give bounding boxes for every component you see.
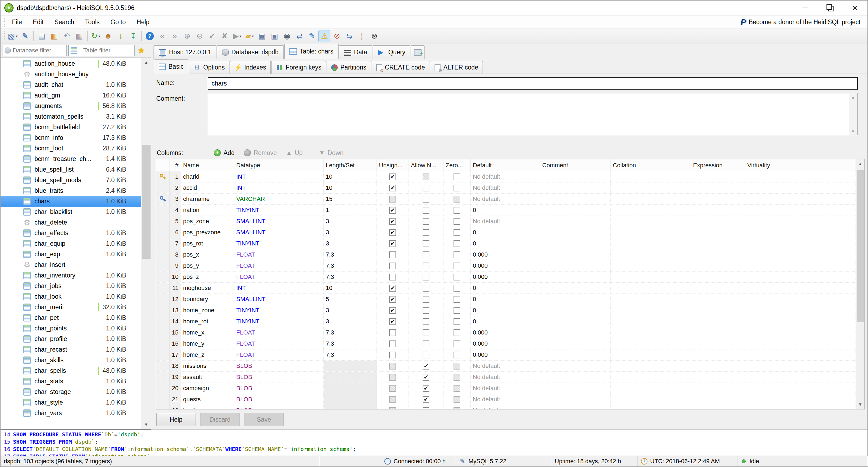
reformat-sql-button[interactable]: ⇆ [343, 30, 355, 42]
main-tab-database-dspdb[interactable]: Database: dspdb [217, 45, 284, 59]
column-row-home_rot[interactable]: 14home_rotTINYINT3✔0 [156, 316, 856, 327]
copy-button[interactable]: ▤ [36, 30, 48, 42]
connection-edit-button[interactable]: ✎ [19, 30, 31, 42]
sidebar-item-char_storage[interactable]: char_storage1.0 KiB [1, 387, 141, 397]
scroll-down-icon[interactable]: ▼ [141, 420, 151, 429]
allow-null-checkbox[interactable]: ✔ [423, 407, 429, 409]
main-tab-data[interactable]: Data [339, 45, 372, 59]
sidebar-item-char_equip[interactable]: char_equip1.0 KiB [1, 238, 141, 249]
sidebar-item-char_vars[interactable]: char_vars1.0 KiB [1, 408, 141, 418]
comment-scrollbar[interactable]: ▲▼ [849, 94, 857, 135]
allow-null-checkbox[interactable] [423, 352, 429, 358]
sidebar-item-char_points[interactable]: char_points1.0 KiB [1, 323, 141, 334]
sidebar-item-auction_house[interactable]: auction_house48.0 KiB [1, 58, 141, 69]
save-button[interactable]: Save [244, 413, 284, 426]
zerofill-checkbox[interactable] [454, 196, 460, 203]
sidebar-item-bcnm_treasure_ch-[interactable]: bcnm_treasure_ch...1.4 KiB [1, 154, 141, 164]
discard-button[interactable]: Discard [200, 413, 240, 426]
minimize-button[interactable] [793, 1, 817, 15]
table-comment-textarea[interactable]: ▲▼ [208, 93, 858, 135]
sidebar-item-char_inventory[interactable]: char_inventory1.0 KiB [1, 270, 141, 281]
unsigned-checkbox[interactable] [389, 385, 396, 392]
allow-null-checkbox[interactable]: ✔ [423, 385, 429, 392]
sidebar-item-audit_gm[interactable]: audit_gm16.0 KiB [1, 90, 141, 101]
subtab-options[interactable]: ⚙Options [189, 61, 229, 74]
allow-null-checkbox[interactable] [423, 185, 429, 192]
unsigned-checkbox[interactable]: ✔ [389, 285, 396, 292]
grid-scroll-up-icon[interactable]: ▲ [856, 159, 865, 169]
new-query-tab-button[interactable] [411, 45, 425, 59]
table-filter-input[interactable]: Table filter [68, 45, 134, 56]
sidebar-item-augments[interactable]: augments56.8 KiB [1, 101, 141, 111]
allow-null-checkbox[interactable] [423, 329, 429, 336]
allow-null-checkbox[interactable] [423, 240, 429, 247]
subtab-indexes[interactable]: ⚡Indexes [230, 61, 271, 74]
database-filter-input[interactable]: Database filter [2, 45, 67, 56]
column-row-home_x[interactable]: 15home_xFLOAT7,30.000 [156, 327, 856, 338]
sidebar-item-blue_spell_list[interactable]: blue_spell_list6.4 KiB [1, 164, 141, 175]
column-header-zero[interactable]: Zero... [443, 159, 471, 171]
unsigned-checkbox[interactable]: ✔ [389, 185, 396, 192]
allow-null-checkbox[interactable]: ✔ [423, 374, 429, 381]
zerofill-checkbox[interactable] [454, 318, 460, 325]
execute-sql-button[interactable]: ▶▾ [231, 30, 243, 42]
column-row-nation[interactable]: 4nationTINYINT1✔0 [156, 205, 856, 216]
sidebar-item-char_jobs[interactable]: char_jobs1.0 KiB [1, 281, 141, 291]
column-row-charid[interactable]: 1charidINT10✔No default [156, 171, 856, 182]
column-row-home_z[interactable]: 17home_zFLOAT7,30.000 [156, 349, 856, 360]
sidebar-item-char_blacklist[interactable]: char_blacklist1.0 KiB [1, 207, 141, 217]
column-row-quests[interactable]: 21questsBLOB✔No default [156, 394, 856, 405]
sidebar-item-char_insert[interactable]: char_insert [1, 260, 141, 270]
menu-item-edit[interactable]: Edit [27, 16, 49, 29]
menu-item-help[interactable]: Help [131, 16, 155, 29]
unsigned-checkbox[interactable]: ✔ [389, 218, 396, 225]
nav-last-button[interactable]: » [169, 30, 181, 42]
main-tab-table-chars[interactable]: Table: chars [284, 44, 339, 59]
remove-column-button[interactable]: − Remove [244, 149, 277, 157]
column-row-keyitems[interactable]: 22keyitemsBLOB✔No default [156, 405, 856, 409]
print-button[interactable]: ▦ [73, 30, 85, 42]
zerofill-checkbox[interactable] [454, 396, 460, 403]
stop-on-errors-button[interactable]: ⚠ [318, 30, 330, 42]
zerofill-checkbox[interactable] [454, 240, 460, 247]
sidebar-item-bcnm_loot[interactable]: bcnm_loot28.7 KiB [1, 143, 141, 154]
user-manager-button[interactable]: ☻ [102, 30, 114, 42]
restore-button[interactable] [817, 1, 842, 15]
column-header-unsign[interactable]: Unsign... [377, 159, 409, 171]
sidebar-item-chars[interactable]: chars1.0 KiB [1, 196, 141, 207]
sidebar-item-bcnm_battlefield[interactable]: bcnm_battlefield27.2 KiB [1, 122, 141, 133]
zerofill-checkbox[interactable] [454, 341, 460, 347]
subtab-create-code[interactable]: CREATE code [372, 61, 430, 74]
zerofill-checkbox[interactable] [454, 274, 460, 281]
dropdown-caret-icon[interactable]: ▾ [240, 34, 241, 38]
table-name-input[interactable]: chars [208, 77, 858, 90]
delimiter-button[interactable]: ¦ [356, 30, 368, 42]
sidebar-item-char_delete[interactable]: char_delete [1, 217, 141, 228]
save-sql-as-button[interactable]: ▣ [269, 30, 280, 42]
paste-button[interactable]: ▥ [48, 30, 60, 42]
allow-null-checkbox[interactable] [423, 263, 429, 269]
column-header-expression[interactable]: Expression [691, 159, 745, 171]
sidebar-item-char_stats[interactable]: char_stats1.0 KiB [1, 376, 141, 387]
zerofill-checkbox[interactable] [454, 263, 460, 269]
unsigned-checkbox[interactable]: ✔ [389, 174, 396, 180]
zerofill-checkbox[interactable] [454, 229, 460, 236]
dropdown-caret-icon[interactable]: ▾ [16, 34, 18, 38]
sidebar-item-char_recast[interactable]: char_recast1.0 KiB [1, 344, 141, 355]
grid-scrollbar[interactable]: ▲ ▼ [856, 159, 865, 409]
sidebar-item-char_effects[interactable]: char_effects1.0 KiB [1, 228, 141, 238]
allow-null-checkbox[interactable] [423, 252, 429, 258]
zerofill-checkbox[interactable] [454, 252, 460, 258]
sidebar-scrollbar[interactable]: ▲ ▼ [141, 58, 151, 429]
column-header-lengthset[interactable]: Length/Set [323, 159, 377, 171]
move-up-button[interactable]: ▲ Up [286, 149, 303, 157]
sidebar-item-automaton_spells[interactable]: automaton_spells3.1 KiB [1, 111, 141, 122]
subtab-foreign-keys[interactable]: Foreign keys [271, 61, 326, 74]
unsigned-checkbox[interactable]: ✔ [389, 307, 396, 314]
sql-log-panel[interactable]: 14SHOW PROCEDURE STATUS WHERE `Db`='dspd… [1, 430, 867, 456]
dropdown-caret-icon[interactable]: ▾ [252, 34, 254, 38]
column-row-home_y[interactable]: 16home_yFLOAT7,30.000 [156, 338, 856, 349]
column-header-[interactable]: # [169, 159, 181, 171]
move-down-button[interactable]: ▼ Down [319, 149, 344, 157]
zerofill-checkbox[interactable] [454, 374, 460, 381]
